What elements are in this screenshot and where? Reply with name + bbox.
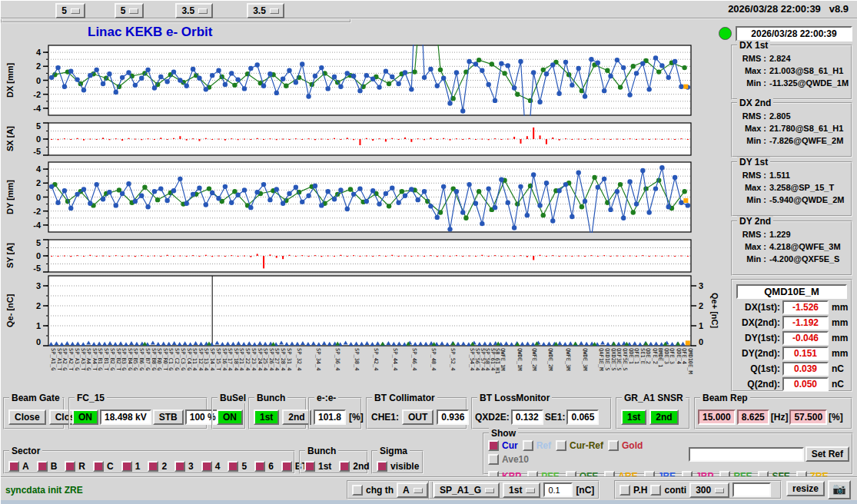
beam-gate-close-1-button[interactable]: Close: [8, 410, 46, 425]
show-checkbox-cur[interactable]: Cur: [488, 440, 518, 451]
checkbox-indicator[interactable]: [523, 440, 533, 451]
dy-axis-label: DY [mm]: [4, 161, 16, 233]
checkbox-indicator[interactable]: [556, 440, 566, 451]
monitor-unit: mm: [832, 302, 848, 313]
sector-checkbox-4[interactable]: 4: [201, 461, 221, 472]
checkbox-indicator[interactable]: [8, 461, 19, 472]
svg-text:2: 2: [36, 301, 41, 310]
monitor-label: Q(2nd):: [734, 379, 780, 390]
checkbox-indicator[interactable]: [37, 461, 48, 472]
bunch-1st-button[interactable]: 1st: [254, 410, 279, 425]
fc15-on-button[interactable]: ON: [72, 410, 98, 425]
rms-label: RMS :: [736, 111, 766, 121]
checkbox-indicator[interactable]: [488, 440, 499, 451]
chg-th-dropdown[interactable]: A: [397, 482, 428, 498]
sector-checkbox-5[interactable]: 5: [228, 461, 247, 472]
bunch-checkbox-2nd[interactable]: 2nd: [339, 461, 369, 472]
max-label: Max :: [736, 242, 766, 251]
x-axis-label: SP_38_4: [354, 348, 360, 371]
status-indicator-light: [719, 27, 732, 40]
x-axis-label: SP_34_4: [315, 348, 321, 371]
busel-on-button[interactable]: ON: [217, 410, 243, 425]
sector-checkbox-6[interactable]: 6: [254, 461, 274, 472]
monitor-value: 0.050: [782, 377, 829, 391]
frame-caption: BT Collimator: [372, 393, 437, 403]
range-qe-minus-dropdown[interactable]: 3.5: [175, 3, 213, 18]
range-dx-dropdown[interactable]: 5: [55, 3, 85, 18]
page-title: Linac KEKB e- Orbit: [88, 25, 212, 40]
range-dy-dropdown[interactable]: 5: [115, 3, 144, 18]
bunch-checkbox-1st[interactable]: 1st: [304, 461, 331, 472]
bunch-2nd-button[interactable]: 2nd: [282, 410, 311, 425]
checkbox-indicator[interactable]: [488, 454, 499, 465]
bunch-dropdown[interactable]: 1st: [503, 482, 540, 498]
checkbox-indicator[interactable]: [281, 461, 292, 472]
svg-text:4: 4: [36, 164, 42, 174]
ph-checkbox[interactable]: [619, 485, 630, 496]
checkbox-label: C: [107, 461, 114, 472]
screenshot-camera-button[interactable]: 📷: [828, 480, 851, 499]
checkbox-indicator[interactable]: [93, 461, 104, 472]
fc15-stb-button[interactable]: STB: [153, 410, 184, 425]
min-value: -5.940@QWDE_2M: [769, 195, 845, 204]
show-frame: Show CurRefCur-RefGoldAve10 Set Ref KBPP…: [483, 433, 853, 475]
x-axis-label: SP_C4_G: [186, 348, 192, 371]
monitor-row: DY(2nd):0.151mm: [734, 346, 849, 360]
checkbox-indicator[interactable]: [148, 461, 158, 472]
sector-checkbox-c[interactable]: C: [93, 461, 114, 472]
x-axis-label: SP_42_4: [373, 348, 379, 371]
svg-text:-4: -4: [33, 220, 42, 230]
x-axis-label: SP_17_4: [227, 348, 233, 371]
sigma-checkbox-visible[interactable]: visible: [377, 461, 419, 472]
x-axis-label: SP_21_4: [238, 348, 244, 371]
min-value: -11.325@QWDE_1M: [769, 78, 849, 88]
extra-input[interactable]: [732, 482, 771, 497]
checkbox-indicator[interactable]: [339, 461, 350, 472]
charge-threshold-input[interactable]: [543, 482, 573, 497]
snsr-1st-button[interactable]: 1st: [621, 410, 646, 425]
interval-dropdown[interactable]: 300: [689, 482, 729, 498]
chg-th-checkbox[interactable]: [352, 485, 363, 496]
set-ref-button[interactable]: Set Ref: [806, 446, 849, 462]
sector-checkbox-1[interactable]: 1: [121, 461, 141, 472]
x-axis-label: QDE_2: [645, 348, 651, 364]
x-axis-label: QWFE_1M: [500, 348, 506, 371]
checkbox-label: Cur: [502, 440, 518, 451]
x-axis-label: SP_B4_G: [127, 348, 133, 371]
max-row: Max :3.258@SP_15_T: [736, 183, 851, 192]
fc15-frame: FC_15 ON 18.498 kV STB 100 %: [68, 397, 208, 429]
svg-text:-4: -4: [33, 104, 42, 113]
checkbox-indicator[interactable]: [228, 461, 238, 472]
sector-checkbox-a[interactable]: A: [8, 461, 29, 472]
checkbox-indicator[interactable]: [377, 461, 387, 472]
checkbox-label: 5: [241, 461, 247, 472]
show-checkbox-gold[interactable]: Gold: [608, 440, 643, 451]
checkbox-indicator[interactable]: [65, 461, 75, 472]
qe-plus-axis-label: Qe+ [nC]: [709, 275, 721, 346]
snsr-2nd-button[interactable]: 2nd: [649, 410, 678, 425]
ref-name-input[interactable]: [689, 447, 804, 462]
show-checkbox-ave10[interactable]: Ave10: [488, 454, 529, 465]
x-axis-label: SP_B2_G: [109, 348, 115, 371]
x-axis-label: SP_26_4: [268, 348, 274, 371]
che1-out-button[interactable]: OUT: [402, 410, 433, 425]
x-axis-label: QWDE_3M: [582, 348, 588, 371]
x-axis-label: QWFE_2M: [531, 348, 537, 371]
x-axis-label: SP_28_4: [280, 348, 286, 371]
bpm-dropdown[interactable]: SP_A1_G: [433, 482, 500, 498]
sector-checkbox-3[interactable]: 3: [174, 461, 194, 472]
checkbox-indicator[interactable]: [608, 440, 619, 451]
resize-button[interactable]: resize: [786, 481, 825, 496]
checkbox-indicator[interactable]: [201, 461, 212, 472]
sector-checkbox-r[interactable]: R: [65, 461, 85, 472]
show-checkbox-ref[interactable]: Ref: [523, 440, 551, 451]
conti-checkbox[interactable]: [650, 485, 661, 496]
checkbox-indicator[interactable]: [174, 461, 185, 472]
checkbox-indicator[interactable]: [304, 461, 315, 472]
checkbox-indicator[interactable]: [121, 461, 132, 472]
range-qe-plus-dropdown[interactable]: 3.5: [247, 3, 284, 18]
show-checkbox-cur-ref[interactable]: Cur-Ref: [556, 440, 603, 451]
checkbox-indicator[interactable]: [254, 461, 265, 472]
sector-checkbox-b[interactable]: B: [37, 461, 58, 472]
sector-checkbox-2[interactable]: 2: [148, 461, 167, 472]
